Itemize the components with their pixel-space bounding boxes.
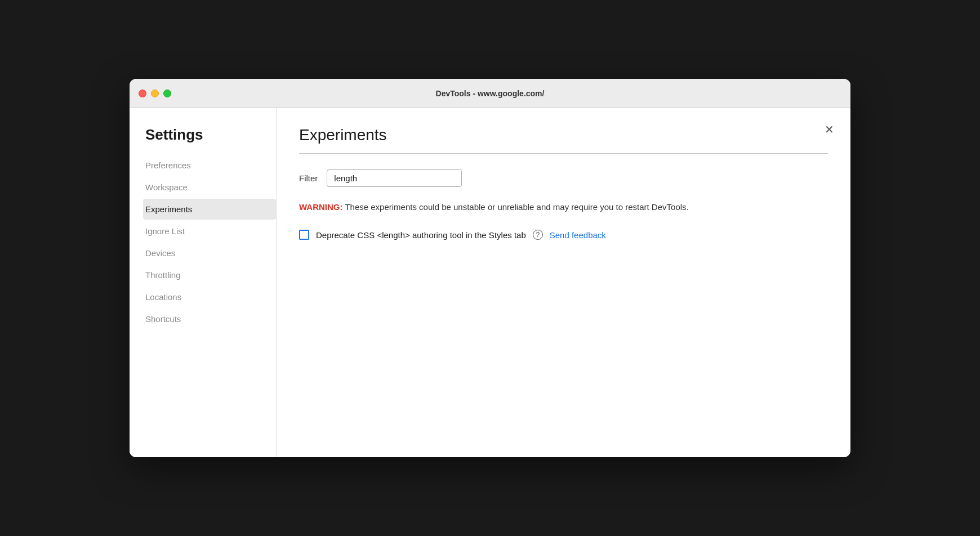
window-title: DevTools - www.google.com/ [436,89,545,98]
filter-row: Filter [299,169,828,187]
sidebar-item-ignore-list[interactable]: Ignore List [143,221,276,242]
experiment-row: Deprecate CSS <length> authoring tool in… [299,230,828,240]
title-bar: DevTools - www.google.com/ [130,79,850,108]
sidebar-item-shortcuts[interactable]: Shortcuts [143,309,276,329]
sidebar-item-devices[interactable]: Devices [143,243,276,263]
experiment-label: Deprecate CSS <length> authoring tool in… [316,230,526,240]
traffic-lights [139,90,171,97]
close-window-button[interactable] [139,90,146,97]
warning-body: These experiments could be unstable or u… [343,202,689,212]
maximize-window-button[interactable] [163,90,171,97]
main-content: ✕ Experiments Filter WARNING: These expe… [276,108,850,457]
devtools-window: DevTools - www.google.com/ Settings Pref… [130,79,850,457]
sidebar-item-workspace[interactable]: Workspace [143,177,276,198]
sidebar-item-preferences[interactable]: Preferences [143,155,276,176]
content-area: Settings Preferences Workspace Experimen… [130,108,850,457]
divider [299,153,828,154]
help-icon[interactable]: ? [533,230,543,240]
sidebar: Settings Preferences Workspace Experimen… [130,108,276,457]
minimize-window-button[interactable] [151,90,159,97]
filter-input[interactable] [327,169,462,187]
sidebar-item-throttling[interactable]: Throttling [143,265,276,285]
sidebar-heading: Settings [143,126,276,144]
close-settings-button[interactable]: ✕ [821,122,837,137]
warning-text: WARNING: These experiments could be unst… [299,200,783,214]
sidebar-item-experiments[interactable]: Experiments [143,199,276,220]
page-title: Experiments [299,126,828,144]
warning-label: WARNING: [299,202,343,212]
filter-label: Filter [299,173,318,183]
send-feedback-link[interactable]: Send feedback [550,230,606,240]
experiment-checkbox-deprecate-css-length[interactable] [299,230,309,240]
sidebar-item-locations[interactable]: Locations [143,287,276,307]
